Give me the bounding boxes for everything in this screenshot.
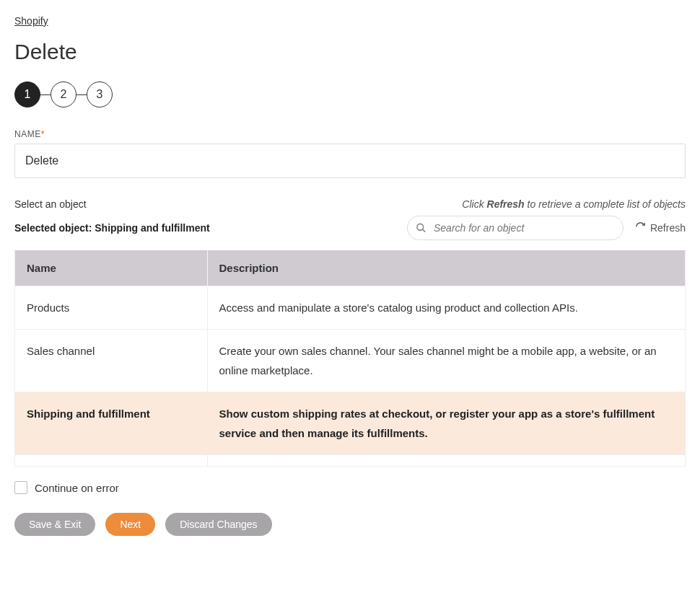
cell-description: Manage a store's configuration. xyxy=(207,455,685,467)
cell-description: Create your own sales channel. Your sale… xyxy=(207,330,685,392)
table-row[interactable]: Sales channelCreate your own sales chann… xyxy=(15,330,685,392)
select-object-label: Select an object xyxy=(14,198,87,210)
table-header-description: Description xyxy=(207,250,685,286)
cell-name: Products xyxy=(15,286,207,330)
continue-on-error-checkbox[interactable] xyxy=(14,481,27,494)
name-input[interactable] xyxy=(14,144,686,178)
svg-line-1 xyxy=(422,229,425,232)
discard-changes-button[interactable]: Discard Changes xyxy=(165,513,271,536)
table-row[interactable]: Store propertyManage a store's configura… xyxy=(15,455,685,467)
refresh-label: Refresh xyxy=(650,222,686,234)
step-connector xyxy=(40,94,51,95)
search-icon xyxy=(416,223,426,234)
refresh-hint: Click Refresh to retrieve a complete lis… xyxy=(462,198,686,210)
cell-name: Sales channel xyxy=(15,330,207,392)
step-1[interactable]: 1 xyxy=(14,82,40,107)
breadcrumb-shopify[interactable]: Shopify xyxy=(14,15,48,27)
table-header-name: Name xyxy=(15,250,207,286)
table-row[interactable]: Shipping and fulfillmentShow custom ship… xyxy=(15,392,685,455)
name-label: NAME* xyxy=(14,129,686,139)
search-input[interactable] xyxy=(407,216,624,240)
cell-description: Show custom shipping rates at checkout, … xyxy=(207,392,685,455)
table-row[interactable]: ProductsAccess and manipulate a store's … xyxy=(15,286,685,330)
save-exit-button[interactable]: Save & Exit xyxy=(14,513,95,536)
step-2[interactable]: 2 xyxy=(51,82,76,107)
page-title: Delete xyxy=(14,40,686,64)
refresh-icon xyxy=(635,221,646,234)
object-table-container: Name Description ProductsAccess and mani… xyxy=(14,250,686,467)
refresh-button[interactable]: Refresh xyxy=(635,221,686,234)
continue-on-error-label: Continue on error xyxy=(35,482,119,494)
object-table-scroll[interactable]: Name Description ProductsAccess and mani… xyxy=(15,250,685,466)
step-connector xyxy=(76,94,87,95)
selected-object-label: Selected object: Shipping and fulfillmen… xyxy=(14,222,210,234)
required-asterisk: * xyxy=(41,129,45,139)
next-button[interactable]: Next xyxy=(105,513,155,536)
cell-name: Store property xyxy=(15,455,207,467)
cell-name: Shipping and fulfillment xyxy=(15,392,207,455)
svg-point-0 xyxy=(417,224,424,230)
stepper: 1 2 3 xyxy=(14,82,686,107)
step-3[interactable]: 3 xyxy=(87,82,113,107)
cell-description: Access and manipulate a store's catalog … xyxy=(207,286,685,330)
object-table: Name Description ProductsAccess and mani… xyxy=(15,250,685,466)
